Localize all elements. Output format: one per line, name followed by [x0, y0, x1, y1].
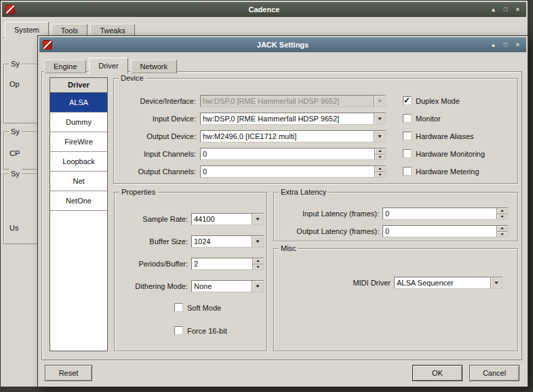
hardware-monitoring-checkbox[interactable]: ✓ Hardware Monitoring	[403, 149, 485, 158]
combo-dropdown-button[interactable]: ▼	[374, 96, 385, 106]
spin-down-button[interactable]: ▼	[497, 214, 507, 220]
combo-dropdown-button[interactable]: ▼	[490, 277, 502, 288]
driver-list-item-net[interactable]: Net	[50, 172, 107, 191]
combo-dropdown-button[interactable]: ▼	[374, 131, 385, 142]
hardware-aliases-checkbox[interactable]: ✓ Hardware Aliases	[403, 132, 474, 140]
output-channels-label: Output Channels:	[114, 165, 196, 178]
background-label: CP	[9, 149, 20, 158]
tab-network[interactable]: Network	[131, 60, 177, 73]
midi-driver-label: MIDI Driver	[274, 277, 391, 289]
reset-button[interactable]: Reset	[45, 365, 92, 381]
device-interface-combo[interactable]: hw:DSP,0 [RME Hammerfall HDSP 9652] ▼	[200, 95, 386, 107]
spin-down-icon: ▼	[256, 265, 260, 269]
periods-buffer-label: Periods/Buffer:	[115, 258, 188, 270]
spin-up-button[interactable]: ▲	[375, 166, 385, 172]
dithering-mode-combo[interactable]: None ▼	[191, 280, 264, 292]
buffer-size-label: Buffer Size:	[115, 235, 188, 248]
spin-down-icon: ▼	[378, 155, 382, 159]
spin-down-button[interactable]: ▼	[253, 264, 263, 270]
driver-list-item-dummy[interactable]: Dummy	[50, 113, 107, 132]
tab-driver[interactable]: Driver	[89, 58, 127, 74]
spin-down-button[interactable]: ▼	[497, 232, 507, 237]
spin-down-button[interactable]: ▼	[375, 172, 385, 178]
combo-dropdown-button[interactable]: ▼	[252, 281, 263, 292]
combo-dropdown-button[interactable]: ▼	[252, 236, 263, 247]
midi-driver-row: MIDI Driver ALSA Sequencer ▼	[274, 277, 513, 289]
monitor-checkbox[interactable]: ✓ Monitor	[403, 114, 441, 123]
extra-latency-group-title: Extra Latency	[279, 187, 328, 197]
close-icon[interactable]: ×	[513, 5, 523, 15]
driver-list-item-firewire[interactable]: FireWire	[50, 132, 107, 152]
driver-list-item-alsa[interactable]: ALSA	[50, 93, 107, 113]
input-latency-spinner[interactable]: 0 ▲ ▼	[382, 208, 508, 220]
input-device-label: Input Device:	[114, 113, 196, 125]
output-device-combo[interactable]: hw:M2496,0 [ICE1712 multi] ▼	[200, 130, 386, 142]
combo-dropdown-button[interactable]: ▼	[252, 214, 263, 224]
hardware-metering-checkbox[interactable]: ✓ Hardware Metering	[403, 167, 479, 176]
chevron-down-icon: ▼	[377, 134, 383, 138]
input-device-row: Input Device: hw:DSP,0 [RME Hammerfall H…	[114, 113, 513, 125]
misc-group: Misc MIDI Driver ALSA Sequencer ▼	[273, 248, 518, 351]
spin-up-icon: ▲	[378, 149, 382, 153]
midi-driver-combo[interactable]: ALSA Sequencer ▼	[394, 277, 502, 289]
check-icon: ✓	[403, 96, 410, 105]
maximize-icon[interactable]: □	[500, 5, 511, 15]
window-controls: ▴ □ ×	[488, 5, 523, 15]
cancel-button[interactable]: Cancel	[469, 365, 519, 381]
combo-dropdown-button[interactable]: ▼	[374, 113, 385, 124]
spin-down-button[interactable]: ▼	[375, 155, 385, 160]
driver-list-header: Driver	[50, 78, 107, 93]
sample-rate-combo[interactable]: 44100 ▼	[191, 213, 264, 225]
duplex-mode-checkbox[interactable]: ✓ Duplex Mode	[403, 96, 460, 105]
input-channels-spinner[interactable]: 0 ▲ ▼	[200, 148, 386, 160]
cadence-logo-icon	[43, 40, 52, 50]
background-group-title: Sy	[9, 59, 22, 68]
properties-group: Properties Sample Rate: 44100 ▼ Buffer S…	[114, 192, 267, 351]
ok-button[interactable]: OK	[412, 365, 462, 381]
force-16bit-checkbox[interactable]: ✓ Force 16-bit	[174, 326, 227, 335]
chevron-down-icon: ▼	[377, 117, 383, 121]
misc-group-title: Misc	[279, 243, 298, 253]
cadence-window-title: Cadence	[2, 5, 526, 14]
output-device-label: Output Device:	[114, 130, 196, 142]
spin-up-button[interactable]: ▲	[497, 208, 507, 214]
buffer-size-combo[interactable]: 1024 ▼	[191, 235, 264, 248]
dithering-mode-row: Dithering Mode: None ▼	[115, 280, 262, 292]
sample-rate-row: Sample Rate: 44100 ▼	[115, 213, 262, 225]
chevron-down-icon: ▼	[255, 284, 261, 288]
dithering-mode-label: Dithering Mode:	[115, 280, 188, 292]
background-label: Us	[9, 223, 18, 233]
device-group: Device Device/Interface: hw:DSP,0 [RME H…	[113, 78, 518, 184]
driver-list-item-netone[interactable]: NetOne	[50, 191, 107, 211]
driver-list-item-loopback[interactable]: Loopback	[50, 152, 107, 172]
spin-up-button[interactable]: ▲	[253, 258, 263, 264]
properties-group-title: Properties	[119, 187, 157, 197]
tab-engine[interactable]: Engine	[44, 60, 86, 73]
driver-list: Driver ALSA Dummy FireWire Loopback Net …	[50, 77, 108, 351]
chevron-down-icon: ▼	[255, 239, 261, 243]
output-channels-spinner[interactable]: 0 ▲ ▼	[200, 165, 386, 178]
chevron-down-icon: ▼	[494, 281, 500, 285]
cadence-titlebar[interactable]: Cadence ▴ □ ×	[2, 2, 526, 17]
spin-up-icon: ▲	[256, 259, 260, 262]
input-channels-label: Input Channels:	[114, 148, 196, 160]
periods-buffer-spinner[interactable]: 2 ▲ ▼	[191, 258, 264, 270]
shade-icon[interactable]: ▴	[488, 40, 498, 50]
maximize-icon[interactable]: □	[500, 40, 511, 50]
close-icon[interactable]: ×	[513, 40, 523, 50]
spin-down-icon: ▼	[378, 173, 382, 176]
input-latency-label: Input Latency (frames):	[274, 208, 379, 220]
periods-buffer-row: Periods/Buffer: 2 ▲ ▼	[115, 258, 262, 270]
chevron-down-icon: ▼	[377, 99, 383, 103]
sample-rate-label: Sample Rate:	[115, 213, 188, 225]
output-latency-row: Output Latency (frames): 0 ▲ ▼	[274, 225, 513, 237]
shade-icon[interactable]: ▴	[488, 5, 498, 15]
jack-settings-dialog: JACK Settings ▴ □ × Engine Driver Networ…	[37, 35, 528, 387]
soft-mode-checkbox[interactable]: ✓ Soft Mode	[174, 303, 221, 312]
input-device-combo[interactable]: hw:DSP,0 [RME Hammerfall HDSP 9652] ▼	[200, 113, 386, 125]
output-latency-spinner[interactable]: 0 ▲ ▼	[382, 225, 508, 237]
jack-settings-titlebar[interactable]: JACK Settings ▴ □ ×	[39, 37, 526, 52]
spin-up-button[interactable]: ▲	[375, 149, 385, 155]
background-group-title: Sy	[9, 169, 22, 178]
spin-up-button[interactable]: ▲	[497, 226, 507, 232]
